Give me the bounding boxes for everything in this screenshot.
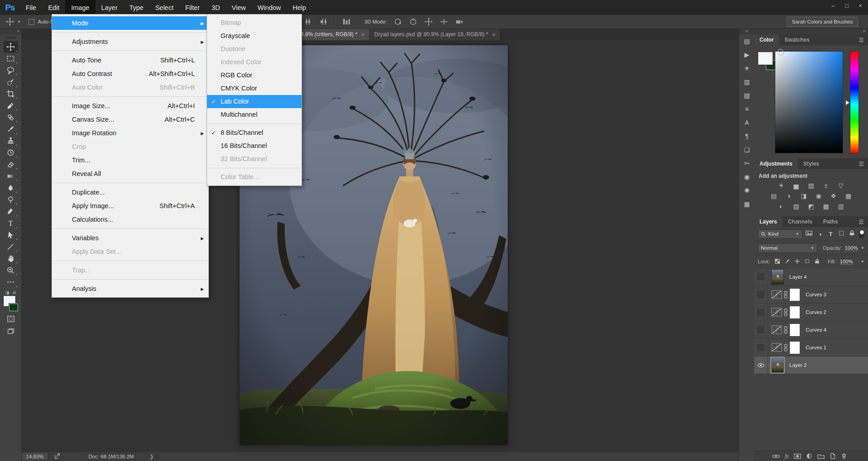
layer-visibility-toggle[interactable] — [754, 304, 768, 321]
image-menu-item-calculations[interactable]: Calculations... — [52, 213, 208, 226]
book-icon[interactable]: ❏ — [739, 143, 755, 157]
image-menu-item-analysis[interactable]: Analysis▶ — [52, 282, 208, 295]
default-swap-colors[interactable]: ◨⇄ — [0, 290, 21, 295]
layer-row[interactable]: Curves 2 — [754, 304, 868, 321]
sun-icon[interactable]: ☀ — [739, 62, 755, 75]
opacity-value[interactable]: 100% — [844, 245, 858, 251]
3d-slide-icon[interactable] — [439, 18, 448, 26]
photo-filter-adjustment-icon[interactable]: ◉ — [813, 191, 824, 200]
layer-name[interactable]: Curves 3 — [806, 292, 826, 297]
selective-color-adjustment-icon[interactable]: ▥ — [835, 202, 846, 211]
menubar-item-layer[interactable]: Layer — [95, 0, 123, 15]
layer-visibility-toggle[interactable] — [754, 286, 768, 303]
image-menu-item-image-rotation[interactable]: Image Rotation▶ — [52, 126, 208, 140]
levels-adjustment-icon[interactable]: ▅ — [791, 181, 802, 190]
mode-submenu-item-grayscale[interactable]: Grayscale — [207, 29, 302, 43]
new-layer-icon[interactable] — [830, 453, 836, 459]
share-export-icon[interactable] — [54, 453, 61, 460]
lock-all-icon[interactable] — [814, 258, 820, 265]
panel-menu-icon[interactable]: ☰ — [859, 37, 864, 43]
panel-menu-icon[interactable]: ☰ — [859, 219, 864, 225]
layer-visibility-toggle[interactable] — [754, 339, 768, 356]
brightness-contrast-adjustment-icon[interactable]: ☀ — [776, 181, 787, 190]
paragraph-icon[interactable]: ¶ — [739, 129, 755, 143]
zoom-level-field[interactable]: 14.83% — [21, 453, 48, 460]
blend-mode-dropdown[interactable]: Normal ▼ — [758, 243, 817, 253]
chevron-right-icon[interactable]: ❯ — [150, 454, 154, 460]
image-menu-item-auto-contrast[interactable]: Auto ContrastAlt+Shift+Ctrl+L — [52, 67, 208, 81]
mode-submenu-item-bitmap[interactable]: Bitmap — [207, 16, 302, 29]
hue-slider[interactable] — [850, 51, 859, 153]
layer-visibility-toggle[interactable] — [754, 268, 768, 285]
collapse-dock-chevrons[interactable]: » — [754, 29, 868, 34]
layer-row[interactable]: Layer 4 — [754, 268, 868, 286]
image-menu-item-auto-tone[interactable]: Auto ToneShift+Ctrl+L — [52, 53, 208, 67]
tab-color[interactable]: Color — [754, 34, 779, 45]
zoom-tool[interactable] — [4, 265, 18, 276]
tab-layers[interactable]: Layers — [754, 216, 783, 227]
layer-filter-toggle[interactable] — [859, 230, 864, 238]
filter-pixel-layers-icon[interactable] — [806, 230, 813, 238]
default-colors-icon[interactable]: ◨ — [5, 290, 9, 295]
tab-close-icon[interactable]: × — [492, 31, 496, 38]
layer-style-fx-icon[interactable]: fx — [785, 453, 789, 460]
image-menu-item-canvas-size[interactable]: Canvas Size...Alt+Ctrl+C — [52, 113, 208, 126]
filter-shape-layers-icon[interactable] — [838, 230, 845, 238]
move-tool[interactable] — [4, 41, 18, 52]
toolbar-grip[interactable] — [5, 36, 16, 39]
layer-visibility-toggle[interactable] — [754, 321, 768, 338]
exposure-adjustment-icon[interactable]: ± — [821, 181, 831, 190]
3d-orbit-icon[interactable] — [393, 18, 402, 26]
dodge-tool[interactable] — [4, 194, 18, 205]
align-right-edges-icon[interactable] — [319, 18, 328, 26]
clone-stamp-tool[interactable] — [4, 135, 18, 147]
menubar-item-help[interactable]: Help — [287, 0, 312, 15]
lines-icon[interactable]: ≡ — [739, 102, 755, 116]
menubar-item-edit[interactable]: Edit — [42, 0, 65, 15]
channel-mixer-adjustment-icon[interactable]: ❖ — [828, 191, 839, 200]
swap-colors-icon[interactable]: ⇄ — [13, 290, 16, 295]
threshold-adjustment-icon[interactable]: ◩ — [806, 202, 816, 211]
rectangular-marquee-tool[interactable] — [4, 53, 18, 64]
brush-tool[interactable] — [4, 124, 18, 135]
tab-swatches[interactable]: Swatches — [779, 34, 815, 45]
image-menu-item-mode[interactable]: Mode▶ — [52, 16, 208, 30]
menubar-item-select[interactable]: Select — [149, 0, 179, 15]
menubar-item-type[interactable]: Type — [123, 0, 149, 15]
filter-smart-objects-icon[interactable] — [848, 230, 856, 238]
menubar-item-image[interactable]: Image — [65, 0, 95, 15]
history-brush-tool[interactable] — [4, 147, 18, 158]
vibrance-adjustment-icon[interactable]: ▽ — [835, 181, 846, 190]
image-menu-item-auto-color[interactable]: Auto ColorShift+Ctrl+B — [52, 81, 208, 94]
layer-visibility-toggle[interactable] — [754, 356, 768, 374]
layer-row[interactable]: Curves 4 — [754, 321, 868, 339]
tab-close-icon[interactable]: × — [361, 31, 365, 38]
mode-submenu-item-8-bits-channel[interactable]: ✓8 Bits/Channel — [207, 126, 302, 139]
layer-row[interactable]: Layer 2 — [754, 356, 868, 374]
3d-zoom-camera-icon[interactable] — [455, 18, 464, 26]
filter-type-layers-icon[interactable]: T — [827, 231, 835, 238]
lock-position-icon[interactable] — [794, 258, 800, 265]
menubar-item-view[interactable]: View — [226, 0, 252, 15]
workspace-selector[interactable]: Sarah Colors and Brushes — [787, 17, 858, 27]
saturation-brightness-field[interactable] — [775, 51, 843, 153]
edit-toolbar[interactable] — [4, 276, 18, 288]
chevron-down-icon[interactable]: ▼ — [861, 260, 864, 264]
lasso-tool[interactable] — [4, 65, 18, 76]
document-tab[interactable]: 4.8% (critters, RGB/8) *× — [296, 29, 370, 40]
menubar-item-filter[interactable]: Filter — [179, 0, 206, 15]
curves-adjustment-icon[interactable]: ▨ — [806, 181, 816, 190]
filter-adjustment-layers-icon[interactable]: ◑ — [816, 231, 824, 238]
foreground-color-swatch[interactable] — [758, 52, 773, 65]
black-white-adjustment-icon[interactable]: ◨ — [798, 191, 809, 200]
mode-submenu-item-indexed-color[interactable]: Indexed Color — [207, 56, 302, 69]
3d-roll-icon[interactable] — [409, 18, 418, 26]
document-size-info[interactable]: Doc: 68.1M/136.2M ❯ — [66, 453, 157, 460]
layer-mask-thumbnail[interactable] — [789, 341, 800, 354]
tab-adjustments[interactable]: Adjustments — [754, 158, 798, 169]
color-picker-marker[interactable] — [778, 49, 783, 55]
mode-submenu-item-rgb-color[interactable]: RGB Color — [207, 69, 302, 82]
blur-tool[interactable] — [4, 182, 18, 194]
layer-mask-thumbnail[interactable] — [789, 306, 800, 319]
tab-channels[interactable]: Channels — [783, 216, 818, 227]
